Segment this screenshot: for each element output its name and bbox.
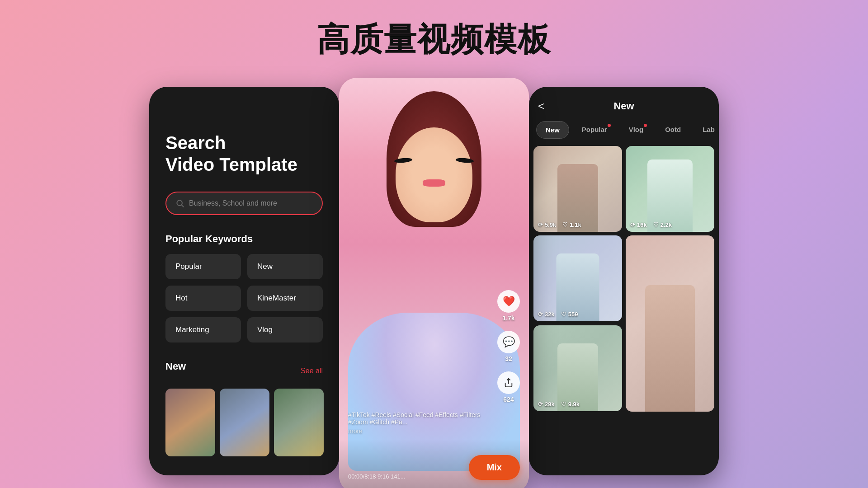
stats-5: ⟳29k ♡9.9k bbox=[538, 401, 580, 408]
svg-point-0 bbox=[177, 200, 182, 206]
search-title: Search Video Template bbox=[165, 132, 323, 175]
tab-ootd[interactable]: Ootd bbox=[656, 121, 690, 139]
tab-lab[interactable]: Lab bbox=[693, 121, 719, 139]
phone3-title: New bbox=[613, 100, 634, 112]
back-button[interactable]: < bbox=[538, 100, 544, 113]
keyword-new[interactable]: New bbox=[247, 254, 323, 279]
likes-count: 1.7k bbox=[502, 314, 514, 322]
share-icon-item[interactable]: 624 bbox=[497, 371, 520, 403]
video-controls: ❤️ 1.7k 💬 32 624 bbox=[497, 290, 520, 403]
gallery-item-4[interactable] bbox=[626, 235, 714, 412]
popular-keywords-label: Popular Keywords bbox=[165, 233, 323, 245]
heart-icon: ❤️ bbox=[497, 290, 520, 313]
gallery-item-3[interactable]: ⟳32k ♡559 bbox=[533, 235, 622, 321]
popular-dot bbox=[608, 124, 611, 127]
phone-gallery: < New New Popular Vlog Ootd Lab bbox=[529, 87, 719, 475]
comment-icon: 💬 bbox=[497, 331, 520, 353]
phone-video: ❤️ 1.7k 💬 32 624 bbox=[339, 78, 529, 488]
search-bar[interactable]: Business, School and more bbox=[165, 192, 323, 215]
vlog-dot bbox=[644, 124, 647, 127]
thumb-2[interactable] bbox=[220, 389, 269, 456]
phone-search: Search Video Template Business, School a… bbox=[149, 87, 339, 475]
tabs-row: New Popular Vlog Ootd Lab bbox=[529, 121, 719, 146]
gallery-item-5[interactable]: ⟳29k ♡9.9k bbox=[533, 325, 622, 411]
like-icon-item[interactable]: ❤️ 1.7k bbox=[497, 290, 520, 322]
comments-count: 32 bbox=[505, 355, 512, 362]
video-background: ❤️ 1.7k 💬 32 624 bbox=[339, 78, 529, 488]
stats-2: ⟳16k ♡2.2k bbox=[630, 221, 672, 228]
search-icon bbox=[175, 199, 184, 208]
share-icon bbox=[497, 371, 520, 394]
page-title: 高质量视频模板 bbox=[317, 18, 551, 61]
keyword-marketing[interactable]: Marketing bbox=[165, 317, 241, 343]
keyword-popular[interactable]: Popular bbox=[165, 254, 241, 279]
stats-1: ⟳5.9k ♡1.1k bbox=[538, 221, 581, 228]
new-section-header: New See all bbox=[165, 361, 323, 381]
thumbnail-row bbox=[165, 389, 323, 456]
gallery-grid: ⟳5.9k ♡1.1k ⟳16k ♡2.2k ⟳32k bbox=[529, 146, 719, 412]
keyword-hot[interactable]: Hot bbox=[165, 286, 241, 311]
keywords-grid: Popular New Hot KineMaster Marketing Vlo… bbox=[165, 254, 323, 343]
keyword-kinemaster[interactable]: KineMaster bbox=[247, 286, 323, 311]
video-tags: #TikTok #Reels #Social #Feed #Effects #F… bbox=[348, 411, 493, 435]
thumb-3[interactable] bbox=[274, 389, 324, 456]
phone3-header: < New bbox=[529, 87, 719, 121]
shares-count: 624 bbox=[503, 396, 514, 403]
video-bottom-bar: 00:00/8:18 9:16 141... Mix bbox=[339, 439, 529, 488]
stats-3: ⟳32k ♡559 bbox=[538, 311, 578, 318]
search-placeholder: Business, School and more bbox=[189, 199, 277, 207]
video-time: 00:00/8:18 9:16 141... bbox=[348, 473, 406, 480]
thumb-1[interactable] bbox=[165, 389, 215, 456]
new-label: New bbox=[165, 361, 186, 372]
phones-container: Search Video Template Business, School a… bbox=[0, 78, 868, 488]
more-label[interactable]: more bbox=[348, 427, 493, 435]
see-all-button[interactable]: See all bbox=[301, 367, 323, 375]
tab-vlog[interactable]: Vlog bbox=[620, 121, 653, 139]
gallery-item-1[interactable]: ⟳5.9k ♡1.1k bbox=[533, 146, 622, 232]
svg-line-1 bbox=[182, 205, 184, 207]
tab-popular[interactable]: Popular bbox=[573, 121, 616, 139]
tab-new[interactable]: New bbox=[536, 121, 569, 139]
comment-icon-item[interactable]: 💬 32 bbox=[497, 331, 520, 362]
mix-button[interactable]: Mix bbox=[469, 455, 520, 480]
gallery-item-2[interactable]: ⟳16k ♡2.2k bbox=[626, 146, 714, 232]
keyword-vlog[interactable]: Vlog bbox=[247, 317, 323, 343]
